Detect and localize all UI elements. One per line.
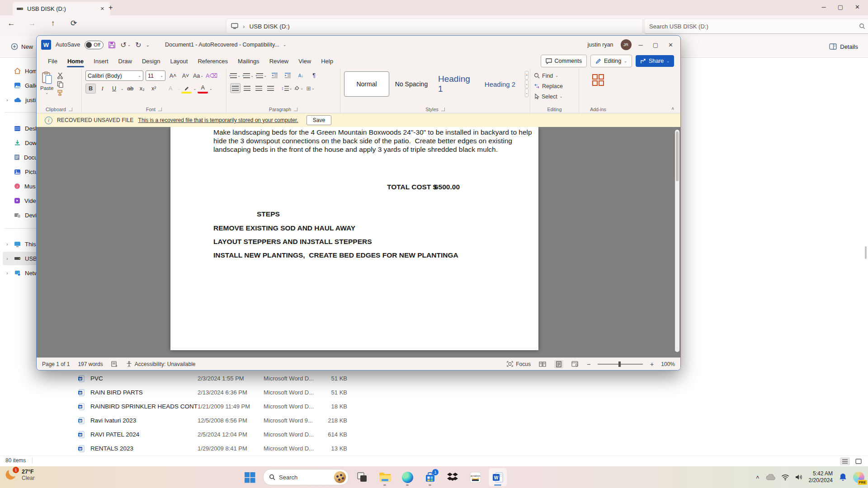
- taskbar-word[interactable]: W: [489, 468, 507, 486]
- back-button[interactable]: ←: [4, 19, 19, 28]
- file-row[interactable]: W RAVI PATEL 20242/5/2024 12:04 PMMicros…: [78, 427, 367, 441]
- explorer-tab[interactable]: USB DISK (D:) ✕: [13, 2, 110, 15]
- explorer-search-box[interactable]: Search USB DISK (D:): [644, 19, 868, 34]
- tab-mailings[interactable]: Mailings: [233, 55, 264, 67]
- bold-button[interactable]: B: [85, 84, 96, 94]
- taskbar-search[interactable]: Search: [263, 469, 349, 485]
- accessibility-status[interactable]: Accessibility: Unavailable: [126, 361, 196, 367]
- document-scrollbar-thumb[interactable]: [676, 131, 679, 181]
- text-effects-button[interactable]: A: [165, 84, 176, 94]
- bullets-button[interactable]: ⌄: [230, 70, 241, 80]
- volume-icon[interactable]: [795, 474, 803, 480]
- user-name[interactable]: justin ryan: [588, 42, 613, 48]
- new-tab-button[interactable]: +: [108, 4, 113, 12]
- forward-button[interactable]: →: [24, 19, 40, 28]
- refresh-button[interactable]: ⟳: [66, 19, 81, 28]
- expand-chevron-icon[interactable]: ›: [5, 256, 10, 261]
- file-row[interactable]: W RAINBIRD SPRINKLER HEADS CONTROLL...1/…: [78, 399, 367, 413]
- avatar[interactable]: JR: [621, 39, 632, 50]
- font-color-button[interactable]: A: [198, 84, 208, 94]
- style-normal[interactable]: Normal: [344, 71, 389, 97]
- focus-button[interactable]: Focus: [507, 361, 531, 367]
- share-button[interactable]: Share ⌄: [636, 55, 674, 67]
- italic-button[interactable]: I: [97, 84, 108, 94]
- styles-more-button[interactable]: ⌄: [525, 89, 528, 97]
- font-size-combo[interactable]: 11⌄: [146, 70, 165, 81]
- comments-button[interactable]: Comments: [541, 55, 587, 67]
- page-indicator[interactable]: Page 1 of 1: [42, 361, 70, 367]
- copy-icon[interactable]: [57, 81, 64, 88]
- word-close-button[interactable]: ✕: [668, 42, 673, 48]
- tray-overflow-chevron-icon[interactable]: ˄: [756, 474, 760, 481]
- wifi-icon[interactable]: [781, 474, 789, 480]
- numbering-button[interactable]: ⌄: [243, 70, 254, 80]
- web-layout-button[interactable]: [571, 360, 580, 368]
- proofing-icon[interactable]: x: [111, 361, 118, 367]
- expand-chevron-icon[interactable]: ›: [5, 271, 10, 276]
- zoom-level[interactable]: 100%: [661, 361, 675, 367]
- format-painter-icon[interactable]: [57, 89, 64, 96]
- tab-review[interactable]: Review: [264, 55, 294, 67]
- highlight-color-button[interactable]: [181, 84, 192, 94]
- expand-chevron-icon[interactable]: ›: [5, 98, 10, 103]
- recovered-file-link[interactable]: This is a recovered file that is tempora…: [138, 117, 298, 123]
- cut-icon[interactable]: [57, 72, 64, 79]
- taskbar-store[interactable]: 1: [421, 468, 439, 486]
- tab-view[interactable]: View: [293, 55, 316, 67]
- justify-button[interactable]: [265, 83, 276, 93]
- tab-insert[interactable]: Insert: [89, 55, 113, 67]
- grow-font-button[interactable]: A˄: [168, 71, 178, 81]
- dialog-launcher-icon[interactable]: [158, 108, 162, 111]
- dialog-launcher-icon[interactable]: [69, 108, 72, 111]
- file-row[interactable]: W PVC2/3/2024 1:55 PMMicrosoft Word D...…: [78, 371, 367, 385]
- show-formatting-button[interactable]: ¶: [309, 70, 319, 80]
- zoom-slider-thumb[interactable]: [618, 361, 621, 367]
- shading-button[interactable]: ⌄: [293, 83, 304, 93]
- style-heading2[interactable]: Heading 2: [478, 72, 522, 96]
- zoom-out-button[interactable]: −: [587, 361, 590, 368]
- select-button[interactable]: Select ⌄: [534, 91, 575, 102]
- style-no-spacing[interactable]: No Spacing: [389, 72, 434, 96]
- font-name-combo[interactable]: Calibri (Body)⌄: [85, 70, 143, 81]
- taskbar-dropbox[interactable]: [443, 468, 462, 486]
- shrink-font-button[interactable]: A˅: [180, 71, 191, 81]
- subscript-button[interactable]: x₂: [137, 84, 147, 94]
- up-button[interactable]: ↑: [45, 19, 61, 28]
- weather-widget[interactable]: 1 27°F Clear: [5, 468, 35, 482]
- replace-button[interactable]: Replace: [534, 81, 575, 91]
- file-row[interactable]: W Ravi Ivaturi 202312/5/2008 6:56 PMMicr…: [78, 413, 367, 427]
- explorer-close-button[interactable]: ✕: [855, 4, 860, 10]
- addins-button[interactable]: [583, 70, 613, 87]
- redo-button[interactable]: ↻: [135, 41, 141, 49]
- clear-formatting-button[interactable]: A⌫: [206, 71, 217, 81]
- save-icon[interactable]: [108, 41, 116, 49]
- align-center-button[interactable]: [242, 83, 252, 93]
- tab-draw[interactable]: Draw: [113, 55, 137, 67]
- details-button[interactable]: Details: [826, 40, 862, 53]
- file-row[interactable]: W RAIN BIRD PARTS2/13/2024 6:36 PMMicros…: [78, 385, 367, 399]
- taskbar-edge[interactable]: [398, 468, 416, 486]
- breadcrumb[interactable]: › USB DISK (D:): [226, 19, 643, 34]
- notification-bell-icon[interactable]: [839, 473, 847, 482]
- word-count[interactable]: 197 words: [78, 361, 103, 367]
- zoom-in-button[interactable]: +: [650, 361, 654, 368]
- save-recovered-button[interactable]: Save: [307, 115, 331, 125]
- styles-scroll-down[interactable]: ⌄: [525, 80, 528, 89]
- align-left-button[interactable]: [230, 83, 241, 93]
- superscript-button[interactable]: x²: [149, 84, 159, 94]
- tab-references[interactable]: References: [193, 55, 232, 67]
- tab-file[interactable]: File: [43, 55, 62, 67]
- strikethrough-button[interactable]: ab: [125, 84, 136, 94]
- change-case-button[interactable]: Aa⌄: [193, 71, 203, 81]
- document-scrollbar[interactable]: [675, 130, 679, 352]
- taskbar-file-explorer[interactable]: [376, 468, 394, 486]
- word-minimize-button[interactable]: ─: [639, 42, 643, 48]
- dialog-launcher-icon[interactable]: [441, 108, 445, 111]
- explorer-maximize-button[interactable]: ▢: [838, 4, 843, 10]
- multilevel-list-button[interactable]: ⌄: [256, 70, 267, 80]
- tab-home[interactable]: Home: [62, 55, 89, 67]
- undo-button[interactable]: ↺⌄: [120, 41, 131, 49]
- editing-mode-button[interactable]: Editing ⌄: [590, 55, 632, 67]
- tab-layout[interactable]: Layout: [165, 55, 193, 67]
- tab-help[interactable]: Help: [316, 55, 338, 67]
